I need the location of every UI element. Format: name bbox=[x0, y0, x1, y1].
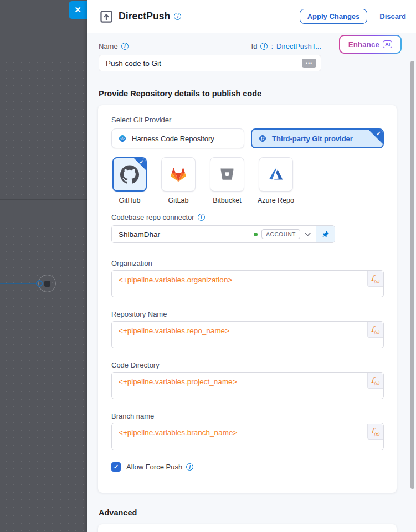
close-drawer-button[interactable]: ✕ bbox=[69, 1, 87, 19]
id-separator: : bbox=[271, 42, 273, 50]
force-push-label: Allow Force Push bbox=[126, 463, 182, 471]
check-icon: ✓ bbox=[140, 159, 144, 165]
tile-github[interactable]: ✓ bbox=[112, 157, 147, 192]
scope-badge: ACCOUNT bbox=[261, 229, 300, 239]
scrollbar-track bbox=[410, 33, 415, 532]
advanced-card bbox=[98, 524, 397, 532]
connector-value: ShibamDhar bbox=[112, 230, 254, 239]
code-directory-value: <+pipeline.variables.project_name> bbox=[119, 378, 237, 386]
canvas-divider bbox=[0, 221, 87, 221]
drawer-content: Name i Id i : DirectPushT... ••• Enhance… bbox=[87, 33, 416, 532]
field-label: Code Directory bbox=[111, 361, 160, 369]
name-id-row: Name i Id i : DirectPushT... bbox=[99, 42, 321, 50]
expression-fx-icon[interactable]: f(x) bbox=[367, 271, 383, 287]
canvas-dot-grid bbox=[0, 221, 87, 532]
force-push-row: ✓ Allow Force Push i bbox=[111, 462, 193, 472]
tile-azure-repo[interactable] bbox=[259, 157, 293, 192]
code-directory-input[interactable]: <+pipeline.variables.project_name> f(x) bbox=[111, 372, 384, 399]
chevron-down-icon[interactable] bbox=[305, 233, 311, 236]
tile-bitbucket[interactable] bbox=[210, 157, 244, 192]
check-icon: ✓ bbox=[376, 130, 381, 137]
canvas-divider bbox=[0, 55, 87, 55]
info-icon[interactable]: i bbox=[186, 463, 193, 471]
organization-value: <+pipeline.variables.organization> bbox=[119, 276, 232, 284]
provider-option-label: Harness Code Repository bbox=[132, 135, 214, 143]
scrollbar-thumb[interactable] bbox=[410, 61, 414, 489]
connector-label-row: Codebase repo connector i bbox=[111, 213, 205, 221]
pipeline-canvas: ✕ bbox=[0, 0, 87, 532]
name-label: Name bbox=[99, 42, 118, 50]
repo-details-card: Select Git Provider </> Harness Code Rep… bbox=[98, 105, 397, 493]
provider-option-label: Third-party Git provider bbox=[272, 135, 353, 143]
branch-name-value: <+pipeline.variables.branch_name> bbox=[119, 428, 237, 437]
app-root: ✕ DirectPush i Apply Changes Discard Nam… bbox=[0, 0, 416, 532]
tile-label-bitbucket: Bitbucket bbox=[203, 197, 251, 204]
field-label: Repository Name bbox=[111, 310, 167, 318]
field-label: Organization bbox=[111, 259, 152, 267]
enhance-ai-button[interactable]: Enhance AI bbox=[339, 35, 402, 54]
branch-name-input[interactable]: <+pipeline.variables.branch_name> f(x) bbox=[111, 423, 384, 450]
name-input[interactable] bbox=[99, 55, 321, 71]
advanced-heading: Advanced bbox=[99, 508, 137, 517]
repo-section-heading: Provide Repository details to publish co… bbox=[99, 89, 261, 98]
bitbucket-icon bbox=[219, 166, 235, 183]
id-label: Id bbox=[251, 42, 258, 50]
pipeline-edge-line bbox=[0, 283, 37, 284]
step-id-value[interactable]: DirectPushT... bbox=[276, 42, 321, 50]
git-provider-icon bbox=[258, 133, 268, 143]
status-dot-icon bbox=[254, 233, 258, 236]
close-icon: ✕ bbox=[74, 5, 81, 15]
more-options-icon[interactable]: ••• bbox=[302, 59, 316, 68]
step-config-drawer: DirectPush i Apply Changes Discard Name … bbox=[87, 0, 416, 532]
ai-badge: AI bbox=[383, 40, 392, 48]
tile-label-azure-repo: Azure Repo bbox=[252, 197, 300, 204]
stop-icon bbox=[44, 281, 50, 287]
info-icon[interactable]: i bbox=[174, 13, 181, 20]
expression-fx-icon[interactable]: f(x) bbox=[367, 373, 383, 389]
repository-name-value: <+pipeline.variables.repo_name> bbox=[119, 327, 229, 335]
pin-icon bbox=[321, 230, 330, 239]
repository-name-input[interactable]: <+pipeline.variables.repo_name> f(x) bbox=[111, 321, 384, 348]
force-push-checkbox[interactable]: ✓ bbox=[111, 462, 121, 472]
organization-input[interactable]: <+pipeline.variables.organization> f(x) bbox=[111, 270, 384, 297]
canvas-divider bbox=[0, 27, 87, 27]
direct-push-step-icon bbox=[99, 9, 114, 24]
apply-changes-button[interactable]: Apply Changes bbox=[300, 9, 368, 24]
info-icon[interactable]: i bbox=[198, 214, 205, 221]
field-label: Branch name bbox=[111, 412, 154, 420]
name-field-wrap: ••• bbox=[99, 55, 321, 71]
azure-repo-icon bbox=[267, 166, 285, 183]
pipeline-end-node[interactable] bbox=[38, 275, 56, 292]
harness-code-icon: </> bbox=[117, 133, 127, 143]
page-title: DirectPush bbox=[119, 11, 170, 22]
expression-fx-icon[interactable]: f(x) bbox=[367, 424, 383, 440]
gitlab-icon bbox=[169, 165, 188, 184]
tile-gitlab[interactable] bbox=[161, 157, 196, 192]
connector-label: Codebase repo connector bbox=[111, 213, 194, 221]
pin-button[interactable] bbox=[316, 226, 335, 242]
info-icon[interactable]: i bbox=[260, 43, 268, 50]
expression-fx-icon[interactable]: f(x) bbox=[367, 322, 383, 338]
enhance-label: Enhance bbox=[348, 40, 379, 49]
tile-label-github: GitHub bbox=[106, 197, 153, 204]
svg-text:</>: </> bbox=[120, 137, 124, 140]
connector-select[interactable]: ShibamDhar ACCOUNT bbox=[111, 225, 335, 243]
check-icon: ✓ bbox=[114, 463, 119, 471]
drawer-header: DirectPush i Apply Changes Discard bbox=[87, 0, 416, 33]
select-git-provider-label: Select Git Provider bbox=[111, 116, 171, 124]
discard-link[interactable]: Discard bbox=[379, 12, 406, 20]
provider-option-thirdparty[interactable]: Third-party Git provider ✓ bbox=[251, 128, 384, 148]
info-icon[interactable]: i bbox=[121, 43, 129, 50]
canvas-dot-grid bbox=[0, 55, 87, 199]
provider-option-harness[interactable]: </> Harness Code Repository bbox=[111, 128, 244, 148]
canvas-divider bbox=[0, 199, 87, 200]
tile-label-gitlab: GitLab bbox=[155, 197, 202, 204]
